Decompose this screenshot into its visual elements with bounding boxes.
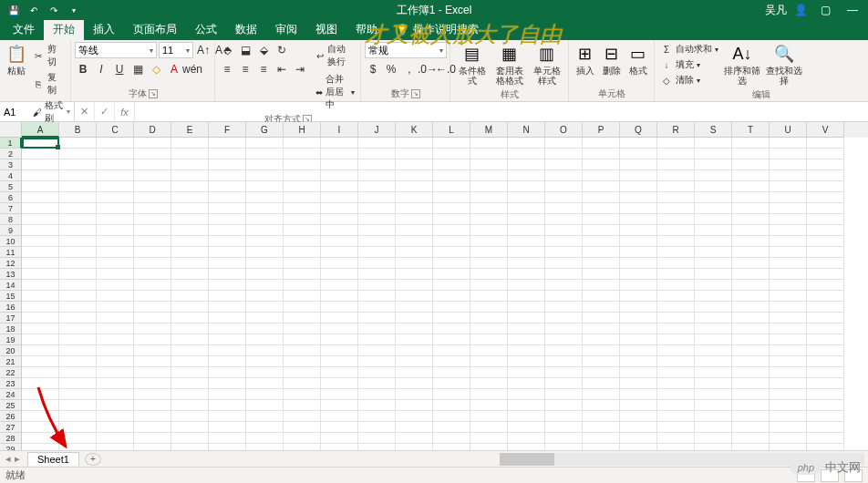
cell[interactable] — [470, 247, 508, 258]
cell[interactable] — [22, 378, 59, 389]
cell[interactable] — [22, 170, 59, 181]
cell[interactable] — [620, 138, 657, 149]
cell[interactable] — [470, 400, 508, 411]
cell[interactable] — [770, 411, 807, 422]
cell[interactable] — [321, 192, 358, 203]
row-header[interactable]: 15 — [0, 291, 22, 302]
cell[interactable] — [657, 269, 695, 280]
cell[interactable] — [545, 247, 583, 258]
cell[interactable] — [358, 411, 396, 422]
cell[interactable] — [620, 181, 657, 192]
cell[interactable] — [97, 345, 134, 356]
cell[interactable] — [807, 324, 844, 334]
cell[interactable] — [508, 422, 545, 433]
row-header[interactable]: 4 — [0, 170, 22, 181]
cell[interactable] — [732, 400, 770, 411]
align-right-icon[interactable]: ≡ — [255, 61, 272, 77]
cell[interactable] — [657, 400, 695, 411]
cell[interactable] — [321, 280, 358, 291]
cell[interactable] — [358, 247, 396, 258]
cell[interactable] — [470, 269, 508, 280]
cell[interactable] — [22, 302, 59, 313]
cell[interactable] — [770, 302, 807, 313]
cell[interactable] — [807, 225, 844, 236]
cell[interactable] — [620, 378, 657, 389]
cell[interactable] — [59, 203, 97, 214]
row-header[interactable]: 16 — [0, 302, 22, 313]
cell[interactable] — [433, 313, 470, 324]
cell[interactable] — [171, 149, 209, 159]
cell[interactable] — [657, 334, 695, 345]
cell[interactable] — [732, 192, 770, 203]
cell[interactable] — [620, 280, 657, 291]
cell[interactable] — [620, 345, 657, 356]
tab-review[interactable]: 审阅 — [266, 19, 306, 40]
cell[interactable] — [770, 378, 807, 389]
cell[interactable] — [545, 203, 583, 214]
column-header[interactable]: S — [695, 122, 732, 138]
cell[interactable] — [657, 225, 695, 236]
cell[interactable] — [59, 378, 97, 389]
cell[interactable] — [358, 334, 396, 345]
cell[interactable] — [171, 291, 209, 302]
cell[interactable] — [470, 378, 508, 389]
cell[interactable] — [321, 181, 358, 192]
cell[interactable] — [695, 181, 732, 192]
cell[interactable] — [22, 280, 59, 291]
user-avatar-icon[interactable]: 👤 — [794, 4, 808, 16]
cell[interactable] — [770, 203, 807, 214]
cell[interactable] — [508, 334, 545, 345]
cell[interactable] — [396, 159, 433, 170]
cell[interactable] — [209, 138, 246, 149]
cell[interactable] — [470, 214, 508, 225]
cell[interactable] — [770, 149, 807, 159]
cell[interactable] — [545, 269, 583, 280]
cell[interactable] — [657, 291, 695, 302]
number-launcher-icon[interactable]: ↘ — [411, 89, 420, 98]
cell[interactable] — [508, 149, 545, 159]
cell[interactable] — [583, 334, 620, 345]
cell[interactable] — [171, 170, 209, 181]
find-select-button[interactable]: 🔍 查找和选择 — [764, 42, 804, 87]
cell[interactable] — [695, 302, 732, 313]
row-header[interactable]: 9 — [0, 225, 22, 236]
cell[interactable] — [134, 302, 171, 313]
cell[interactable] — [807, 138, 844, 149]
cell[interactable] — [732, 214, 770, 225]
cell[interactable] — [770, 345, 807, 356]
cell[interactable] — [396, 138, 433, 149]
cell[interactable] — [246, 258, 284, 269]
cell[interactable] — [171, 280, 209, 291]
cell[interactable] — [545, 356, 583, 367]
cell[interactable] — [695, 422, 732, 433]
cell[interactable] — [508, 138, 545, 149]
cell[interactable] — [583, 345, 620, 356]
cell[interactable] — [134, 389, 171, 400]
cell[interactable] — [358, 400, 396, 411]
cell[interactable] — [22, 181, 59, 192]
cell[interactable] — [321, 334, 358, 345]
qat-dropdown-icon[interactable]: ▾ — [66, 2, 82, 18]
cell[interactable] — [470, 411, 508, 422]
sheet-prev-icon[interactable]: ◂ — [5, 453, 11, 465]
cell[interactable] — [134, 411, 171, 422]
cell[interactable] — [770, 356, 807, 367]
cell[interactable] — [470, 389, 508, 400]
cell[interactable] — [134, 291, 171, 302]
cell[interactable] — [396, 247, 433, 258]
tab-view[interactable]: 视图 — [306, 19, 346, 40]
cell[interactable] — [732, 422, 770, 433]
cut-button[interactable]: ✂剪切 — [30, 42, 67, 69]
cell[interactable] — [321, 356, 358, 367]
cell[interactable] — [732, 324, 770, 334]
cell[interactable] — [807, 280, 844, 291]
cell[interactable] — [508, 302, 545, 313]
cell[interactable] — [22, 149, 59, 159]
cell[interactable] — [246, 192, 284, 203]
cell[interactable] — [209, 258, 246, 269]
cell[interactable] — [657, 138, 695, 149]
cell[interactable] — [59, 214, 97, 225]
cell[interactable] — [134, 334, 171, 345]
row-header[interactable]: 17 — [0, 313, 22, 324]
cell[interactable] — [508, 291, 545, 302]
